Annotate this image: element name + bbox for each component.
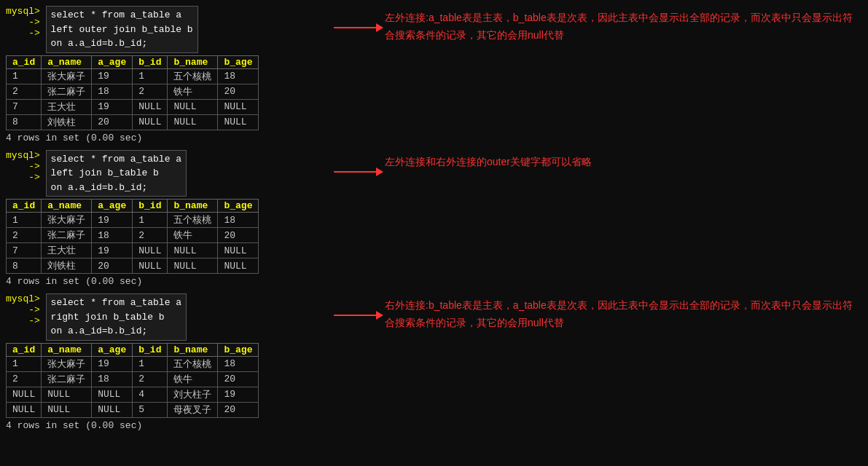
- table-row: 2张二麻子182铁牛20: [7, 228, 259, 243]
- table-cell: NULL: [218, 243, 259, 258]
- prompt-area-1: mysql> -> ->: [6, 6, 46, 39]
- table-cell: 20: [218, 402, 259, 417]
- table-cell: NULL: [133, 99, 168, 114]
- table-cell: 2: [7, 84, 42, 99]
- table-cell: 五个核桃: [168, 356, 218, 371]
- table-cell: 张大麻子: [42, 356, 92, 371]
- table-cell: 19: [92, 356, 133, 371]
- table-cell: 母夜叉子: [168, 402, 218, 417]
- table-row: 8刘铁柱20NULLNULLNULL: [7, 114, 259, 130]
- table-cell: 五个核桃: [168, 213, 218, 228]
- table-row: 1张大麻子191五个核桃18: [7, 213, 259, 228]
- sql-line-2-2: left join b_table b: [51, 166, 181, 181]
- sql-line-3-2: right join b_table b: [51, 310, 181, 325]
- main-container: mysql> -> -> select * from a_table a lef…: [0, 0, 868, 466]
- sql-line-1-3: on a.a_id=b.b_id;: [51, 36, 193, 51]
- annotation-3: 右外连接:b_table表是主表，a_table表是次表，因此主表中会显示出全部…: [385, 293, 862, 332]
- table-cell: 19: [218, 387, 259, 402]
- prompt-area-2: mysql> -> ->: [6, 150, 46, 183]
- table-cell: 19: [92, 99, 133, 114]
- col-a_id-1: a_id: [7, 55, 42, 68]
- prompt-area-3: mysql> -> ->: [6, 293, 46, 326]
- table-cell: 王大壮: [42, 99, 92, 114]
- col-b_id-1: b_id: [133, 55, 168, 68]
- col-b_name-3: b_name: [168, 343, 218, 356]
- table-cell: 刘大柱子: [168, 387, 218, 402]
- sql-line-2-1: select * from a_table a: [51, 152, 181, 167]
- table-cell: 1: [7, 68, 42, 84]
- table-cell: 18: [92, 371, 133, 387]
- table-cell: 19: [92, 68, 133, 84]
- svg-marker-1: [376, 23, 383, 32]
- table-cell: NULL: [218, 99, 259, 114]
- table-cell: 4: [133, 387, 168, 402]
- col-b_name-2: b_name: [168, 200, 218, 213]
- table-row: 7王大壮19NULLNULLNULL: [7, 243, 259, 258]
- prompt-arrow-6: ->: [6, 315, 46, 326]
- col-b_name-1: b_name: [168, 55, 218, 68]
- sql-text-1: select * from a_table a left outer join …: [46, 6, 198, 53]
- table-cell: 张二麻子: [42, 371, 92, 387]
- table-row: NULLNULLNULL4刘大柱子19: [7, 387, 259, 402]
- sql-text-2: select * from a_table a left join b_tabl…: [46, 150, 187, 197]
- table-cell: 20: [92, 114, 133, 130]
- sql-block-2: mysql> -> -> select * from a_table a lef…: [6, 150, 334, 197]
- table-cell: 20: [218, 228, 259, 243]
- table-cell: 1: [7, 213, 42, 228]
- result-3: 4 rows in set (0.00 sec): [6, 420, 334, 431]
- table-cell: NULL: [168, 258, 218, 274]
- sql-line-1-1: select * from a_table a: [51, 8, 193, 23]
- table-row: 1张大麻子191五个核桃18: [7, 68, 259, 84]
- table-cell: 五个核桃: [168, 68, 218, 84]
- table-cell: NULL: [42, 402, 92, 417]
- col-a_name-2: a_name: [42, 200, 92, 213]
- table-cell: NULL: [7, 387, 42, 402]
- table-cell: 张大麻子: [42, 213, 92, 228]
- table-cell: 2: [7, 228, 42, 243]
- col-a_age-3: a_age: [92, 343, 133, 356]
- table-3: a_id a_name a_age b_id b_name b_age 1张大麻…: [6, 343, 334, 418]
- table-row: 2张二麻子182铁牛20: [7, 84, 259, 99]
- svg-marker-3: [376, 167, 383, 176]
- table-cell: 1: [7, 356, 42, 371]
- table-cell: NULL: [7, 402, 42, 417]
- arrow-2: [334, 150, 385, 181]
- col-b_age-2: b_age: [218, 200, 259, 213]
- prompt-1: mysql>: [6, 6, 46, 17]
- table-row: 2张二麻子182铁牛20: [7, 371, 259, 387]
- section-1-left: mysql> -> -> select * from a_table a lef…: [6, 6, 334, 147]
- table-cell: 2: [133, 371, 168, 387]
- table-cell: 20: [218, 84, 259, 99]
- table-cell: 张大麻子: [42, 68, 92, 84]
- col-b_id-2: b_id: [133, 200, 168, 213]
- table-cell: 2: [133, 228, 168, 243]
- table-cell: NULL: [92, 387, 133, 402]
- table-cell: 1: [133, 356, 168, 371]
- table-cell: 铁牛: [168, 228, 218, 243]
- sql-block-3: mysql> -> -> select * from a_table a rig…: [6, 293, 334, 341]
- sql-line-1-2: left outer join b_table b: [51, 23, 193, 37]
- table-cell: 铁牛: [168, 371, 218, 387]
- table-row: 8刘铁柱20NULLNULLNULL: [7, 258, 259, 274]
- sql-block-1: mysql> -> -> select * from a_table a lef…: [6, 6, 334, 53]
- table-cell: 刘铁柱: [42, 258, 92, 274]
- table-cell: NULL: [92, 402, 133, 417]
- col-a_id-2: a_id: [7, 200, 42, 213]
- col-a_id-3: a_id: [7, 343, 42, 356]
- prompt-arrow-5: ->: [6, 304, 46, 315]
- table-cell: 19: [92, 243, 133, 258]
- table-cell: NULL: [218, 258, 259, 274]
- table-cell: 5: [133, 402, 168, 417]
- table-cell: NULL: [168, 243, 218, 258]
- table-cell: 8: [7, 258, 42, 274]
- result-2: 4 rows in set (0.00 sec): [6, 276, 334, 287]
- table-cell: 2: [7, 371, 42, 387]
- table-cell: 张二麻子: [42, 84, 92, 99]
- sql-text-3: select * from a_table a right join b_tab…: [46, 293, 187, 341]
- table-cell: NULL: [168, 114, 218, 130]
- result-1: 4 rows in set (0.00 sec): [6, 133, 334, 143]
- col-a_age-2: a_age: [92, 200, 133, 213]
- sql-line-3-3: on a.a_id=b.b_id;: [51, 324, 181, 339]
- table-cell: 20: [92, 258, 133, 274]
- table-cell: 2: [133, 84, 168, 99]
